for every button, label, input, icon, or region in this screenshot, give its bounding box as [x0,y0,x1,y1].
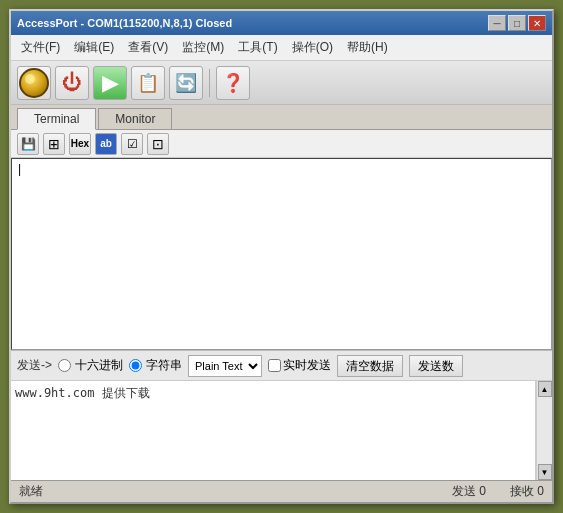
realtime-checkbox[interactable] [268,359,281,372]
minimize-button[interactable]: ─ [488,15,506,31]
status-label: 就绪 [19,483,43,500]
menu-file[interactable]: 文件(F) [15,37,66,58]
hex-radio-group: 十六进制 [58,357,123,374]
arrow-right-icon: ▶ [102,70,119,96]
window-title: AccessPort - COM1(115200,N,8,1) Closed [17,17,232,29]
document-button[interactable]: 📋 [131,66,165,100]
refresh-icon: 🔄 [175,72,197,94]
recv-count: 接收 0 [510,483,544,500]
menu-help[interactable]: 帮助(H) [341,37,394,58]
tab-terminal[interactable]: Terminal [17,108,96,130]
globe-button[interactable] [17,66,51,100]
status-bar: 就绪 发送 0 接收 0 [11,480,552,502]
globe-icon [19,68,49,98]
hex-label: Hex [71,138,89,149]
close-button[interactable]: ✕ [528,15,546,31]
menu-monitor[interactable]: 监控(M) [176,37,230,58]
string-radio[interactable] [129,359,142,372]
send-bar: 发送-> 十六进制 字符串 Plain Text HEX UTF-8 实时发送 … [11,350,552,380]
status-counters: 发送 0 接收 0 [452,483,544,500]
grid-button[interactable]: ⊞ [43,133,65,155]
hex-radio[interactable] [58,359,71,372]
send-count: 发送 0 [452,483,486,500]
help-icon: ❓ [222,72,244,94]
check-button[interactable]: ☑ [121,133,143,155]
save-button[interactable]: 💾 [17,133,39,155]
check-icon: ☑ [127,137,138,151]
clear-button[interactable]: 清空数据 [337,355,403,377]
grid-icon: ⊞ [48,136,60,152]
string-radio-group: 字符串 [129,357,182,374]
scroll-down-arrow[interactable]: ▼ [538,464,552,480]
chip-button[interactable]: ⊡ [147,133,169,155]
sub-toolbar: 💾 ⊞ Hex ab ☑ ⊡ [11,130,552,158]
power-button[interactable]: ⏻ [55,66,89,100]
menu-bar: 文件(F) 编辑(E) 查看(V) 监控(M) 工具(T) 操作(O) 帮助(H… [11,35,552,61]
power-icon: ⏻ [62,71,82,94]
tabs-bar: Terminal Monitor [11,105,552,130]
menu-operation[interactable]: 操作(O) [286,37,339,58]
title-bar-buttons: ─ □ ✕ [488,15,546,31]
scroll-track[interactable] [538,397,552,464]
realtime-group: 实时发送 [268,357,331,374]
terminal-display[interactable] [11,158,552,350]
document-icon: 📋 [137,72,159,94]
toolbar-separator [209,69,210,97]
menu-tools[interactable]: 工具(T) [232,37,283,58]
scroll-up-arrow[interactable]: ▲ [538,381,552,397]
string-radio-label[interactable]: 字符串 [146,357,182,374]
hex-button[interactable]: Hex [69,133,91,155]
ab-button[interactable]: ab [95,133,117,155]
send-scrollbar: ▲ ▼ [536,381,552,480]
tab-monitor[interactable]: Monitor [98,108,172,129]
realtime-label[interactable]: 实时发送 [283,357,331,374]
send-button[interactable]: 发送数 [409,355,463,377]
toolbar: ⏻ ▶ 📋 🔄 ❓ [11,61,552,105]
menu-edit[interactable]: 编辑(E) [68,37,120,58]
help-button[interactable]: ❓ [216,66,250,100]
send-textarea[interactable] [11,381,536,480]
main-window: AccessPort - COM1(115200,N,8,1) Closed ─… [9,9,554,504]
connect-button[interactable]: ▶ [93,66,127,100]
main-content: 发送-> 十六进制 字符串 Plain Text HEX UTF-8 实时发送 … [11,158,552,480]
title-bar: AccessPort - COM1(115200,N,8,1) Closed ─… [11,11,552,35]
send-area-panel: ▲ ▼ [11,380,552,480]
send-label: 发送-> [17,357,52,374]
ab-label: ab [100,138,112,149]
format-select[interactable]: Plain Text HEX UTF-8 [188,355,262,377]
save-icon: 💾 [21,137,36,151]
menu-view[interactable]: 查看(V) [122,37,174,58]
chip-icon: ⊡ [152,136,164,152]
hex-radio-label[interactable]: 十六进制 [75,357,123,374]
cursor [16,163,23,177]
refresh-button[interactable]: 🔄 [169,66,203,100]
maximize-button[interactable]: □ [508,15,526,31]
